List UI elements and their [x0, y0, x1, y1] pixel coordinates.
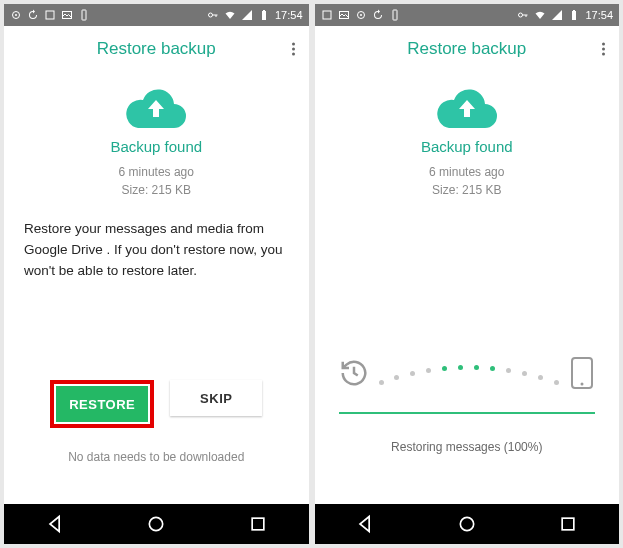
cloud-upload-icon	[126, 86, 186, 128]
backup-found-label: Backup found	[421, 138, 513, 155]
backup-time: 6 minutes ago	[119, 163, 194, 181]
location-icon	[355, 9, 367, 21]
svg-rect-6	[262, 11, 266, 20]
svg-rect-2	[46, 11, 54, 19]
svg-point-8	[150, 517, 163, 530]
backup-time: 6 minutes ago	[429, 163, 504, 181]
backup-found-label: Backup found	[110, 138, 202, 155]
cloud-upload-icon	[437, 86, 497, 128]
app-bar: Restore backup	[4, 26, 309, 72]
status-right: 17:54	[517, 9, 613, 21]
svg-rect-16	[572, 11, 576, 20]
svg-rect-14	[393, 10, 397, 20]
restore-highlight: RESTORE	[50, 380, 154, 428]
svg-rect-21	[562, 518, 574, 530]
status-left	[10, 9, 90, 21]
backup-meta: 6 minutes ago Size: 215 KB	[119, 163, 194, 199]
more-options-button[interactable]	[292, 43, 295, 56]
button-row: RESTORE SKIP	[4, 380, 309, 428]
status-left	[321, 9, 401, 21]
battery-icon	[568, 9, 580, 21]
screenshot-icon	[44, 9, 56, 21]
progress-label: Restoring messages (100%)	[391, 440, 542, 454]
status-bar: 17:54	[4, 4, 309, 26]
svg-rect-10	[323, 11, 331, 19]
svg-rect-9	[252, 518, 264, 530]
svg-rect-4	[82, 10, 86, 20]
status-time: 17:54	[275, 9, 303, 21]
app-bar: Restore backup	[315, 26, 620, 72]
svg-rect-7	[263, 10, 265, 11]
sync-icon	[27, 9, 39, 21]
phone-outline-icon	[569, 356, 595, 390]
svg-point-5	[208, 13, 212, 17]
svg-rect-17	[573, 10, 575, 11]
restore-message: Restore your messages and media from Goo…	[22, 219, 291, 282]
nav-back-icon[interactable]	[45, 514, 65, 534]
nav-home-icon[interactable]	[457, 514, 477, 534]
navigation-bar	[315, 504, 620, 544]
backup-size: Size: 215 KB	[119, 181, 194, 199]
nav-home-icon[interactable]	[146, 514, 166, 534]
content-area: Backup found 6 minutes ago Size: 215 KB …	[4, 72, 309, 504]
navigation-bar	[4, 504, 309, 544]
transfer-graphic	[339, 356, 596, 390]
gallery-icon	[338, 9, 350, 21]
phone-icon	[78, 9, 90, 21]
backup-size: Size: 215 KB	[429, 181, 504, 199]
more-options-button[interactable]	[602, 43, 605, 56]
download-note: No data needs to be downloaded	[4, 450, 309, 464]
vpn-key-icon	[517, 9, 529, 21]
page-title: Restore backup	[407, 39, 526, 59]
wifi-icon	[534, 9, 546, 21]
svg-point-13	[360, 14, 362, 16]
screenshot-icon	[321, 9, 333, 21]
svg-point-1	[15, 14, 17, 16]
nav-recent-icon[interactable]	[558, 514, 578, 534]
location-icon	[10, 9, 22, 21]
status-right: 17:54	[207, 9, 303, 21]
phone-screen-left: 17:54 Restore backup Backup found 6 minu…	[4, 4, 309, 544]
nav-recent-icon[interactable]	[248, 514, 268, 534]
wifi-icon	[224, 9, 236, 21]
content-area: Backup found 6 minutes ago Size: 215 KB …	[315, 72, 620, 504]
progress-dots	[379, 361, 560, 385]
signal-icon	[241, 9, 253, 21]
backup-meta: 6 minutes ago Size: 215 KB	[429, 163, 504, 199]
history-icon	[339, 358, 369, 388]
svg-point-15	[519, 13, 523, 17]
sync-icon	[372, 9, 384, 21]
status-time: 17:54	[585, 9, 613, 21]
svg-point-20	[460, 517, 473, 530]
phone-screen-right: 17:54 Restore backup Backup found 6 minu…	[315, 4, 620, 544]
signal-icon	[551, 9, 563, 21]
progress-bar	[339, 412, 596, 414]
phone-icon	[389, 9, 401, 21]
skip-button[interactable]: SKIP	[170, 380, 262, 416]
battery-icon	[258, 9, 270, 21]
svg-point-19	[581, 383, 584, 386]
vpn-key-icon	[207, 9, 219, 21]
progress-area: Restoring messages (100%)	[315, 356, 620, 454]
status-bar: 17:54	[315, 4, 620, 26]
page-title: Restore backup	[97, 39, 216, 59]
gallery-icon	[61, 9, 73, 21]
nav-back-icon[interactable]	[355, 514, 375, 534]
restore-button[interactable]: RESTORE	[56, 386, 148, 422]
